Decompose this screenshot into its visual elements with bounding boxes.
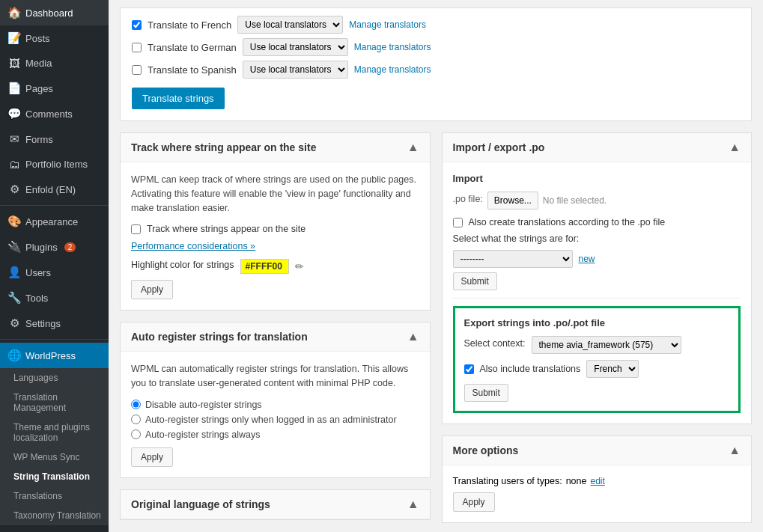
- tools-icon: 🔧: [7, 291, 21, 305]
- sidebar-item-translation-management[interactable]: Translation Management: [0, 388, 109, 418]
- also-create-row: Also create translations according to th…: [453, 217, 741, 227]
- more-options-toggle[interactable]: ▲: [729, 444, 741, 457]
- left-column: Track where string appear on the site ▲ …: [120, 132, 431, 532]
- sidebar-item-pages[interactable]: 📄 Pages: [0, 76, 109, 101]
- forms-icon: ✉: [7, 132, 21, 146]
- track-checkbox-row: Track where strings appear on the site: [131, 224, 419, 234]
- export-title: Export strings into .po/.pot file: [464, 317, 730, 328]
- eyedropper-icon[interactable]: ✏: [295, 260, 304, 272]
- auto-register-toggle[interactable]: ▲: [407, 330, 419, 343]
- translate-french-checkbox[interactable]: [132, 20, 142, 30]
- original-language-panel: Original language of strings ▲: [120, 489, 431, 520]
- sidebar-item-tools[interactable]: 🔧 Tools: [0, 285, 109, 311]
- sidebar-item-comments[interactable]: 💬 Comments: [0, 101, 109, 126]
- translate-german-select[interactable]: Use local translators: [243, 38, 348, 56]
- manage-translators-spanish-link[interactable]: Manage translators: [354, 64, 431, 75]
- sidebar-item-plugins[interactable]: 🔌 Plugins 2: [0, 234, 109, 260]
- po-file-row: .po file: Browse... No file selected.: [453, 192, 741, 210]
- track-apply-button[interactable]: Apply: [131, 280, 173, 299]
- more-options-apply-button[interactable]: Apply: [453, 492, 495, 512]
- radio-admin-label[interactable]: Auto-register strings only when logged i…: [131, 415, 419, 425]
- strings-for-select[interactable]: --------: [453, 250, 573, 268]
- track-strings-title: Track where string appear on the site: [131, 141, 316, 153]
- new-link[interactable]: new: [579, 254, 595, 264]
- sidebar-item-string-translation[interactable]: String Translation: [0, 467, 109, 486]
- translating-users-edit-link[interactable]: edit: [590, 476, 604, 486]
- sidebar-item-taxonomy-translation[interactable]: Taxonomy Translation: [0, 506, 109, 525]
- posts-icon: 📝: [7, 31, 21, 45]
- translate-spanish-checkbox[interactable]: [132, 65, 142, 75]
- translate-spanish-select[interactable]: Use local translators: [243, 61, 348, 79]
- import-submit-button[interactable]: Submit: [453, 272, 497, 290]
- sidebar-item-worldpress[interactable]: 🌐 WorldPress: [0, 343, 109, 368]
- sidebar-item-settings[interactable]: ⚙ Settings: [0, 311, 109, 336]
- sidebar-item-theme-plugins[interactable]: Theme and plugins localization: [0, 418, 109, 447]
- portfolio-icon: 🗂: [7, 158, 21, 171]
- radio-always[interactable]: [131, 429, 141, 439]
- auto-register-desc: WPML can automatically register strings …: [131, 362, 419, 391]
- translate-row-french: Translate to French Use local translator…: [132, 16, 740, 34]
- browse-button[interactable]: Browse...: [487, 192, 538, 210]
- sidebar-item-portfolio[interactable]: 🗂 Portfolio Items: [0, 152, 109, 177]
- highlight-color-label: Highlight color for strings: [131, 260, 234, 270]
- translating-users-row: Translating users of types: none edit: [453, 476, 741, 486]
- track-strings-toggle[interactable]: ▲: [407, 141, 419, 154]
- more-options-body: Translating users of types: none edit Ap…: [443, 465, 752, 522]
- auto-register-body: WPML can automatically register strings …: [121, 352, 430, 477]
- sidebar-item-posts[interactable]: 📝 Posts: [0, 25, 109, 51]
- track-strings-checkbox-label: Track where strings appear on the site: [147, 224, 305, 234]
- pages-icon: 📄: [7, 82, 21, 95]
- sidebar-item-translations[interactable]: Translations: [0, 486, 109, 506]
- import-export-body: Import .po file: Browse... No file selec…: [443, 162, 752, 424]
- sidebar-item-users[interactable]: 👤 Users: [0, 260, 109, 285]
- export-submit-button[interactable]: Submit: [464, 384, 508, 402]
- original-language-header: Original language of strings ▲: [121, 490, 430, 519]
- radio-always-label[interactable]: Auto-register strings always: [131, 429, 419, 440]
- manage-translators-french-link[interactable]: Manage translators: [349, 19, 426, 30]
- track-strings-checkbox[interactable]: [131, 224, 141, 234]
- translate-german-checkbox[interactable]: [132, 43, 142, 52]
- users-icon: 👤: [7, 266, 21, 279]
- manage-translators-german-link[interactable]: Manage translators: [354, 42, 431, 52]
- import-export-title: Import / export .po: [453, 141, 545, 153]
- main-content: Translate to French Use local translator…: [109, 0, 763, 532]
- translate-strings-button[interactable]: Translate strings: [132, 88, 225, 109]
- translate-row-german: Translate to German Use local translator…: [132, 38, 740, 56]
- radio-disable-label[interactable]: Disable auto-register strings: [131, 400, 419, 410]
- track-strings-panel: Track where string appear on the site ▲ …: [120, 132, 431, 311]
- sidebar-item-media[interactable]: 🖼 Media: [0, 51, 109, 76]
- sidebar-submenu: Languages Translation Management Theme a…: [0, 368, 109, 525]
- also-create-label: Also create translations according to th…: [469, 217, 666, 227]
- select-strings-label: Select what the strings are for:: [453, 233, 741, 244]
- also-include-row: Also include translations French: [464, 360, 730, 378]
- translate-french-select[interactable]: Use local translators: [237, 16, 343, 34]
- import-title: Import: [453, 173, 741, 184]
- settings-icon: ⚙: [7, 317, 21, 330]
- auto-register-apply-button[interactable]: Apply: [131, 447, 173, 467]
- sidebar-item-forms[interactable]: ✉ Forms: [0, 126, 109, 152]
- plugins-icon: 🔌: [7, 240, 21, 254]
- sidebar-item-appearance[interactable]: 🎨 Appearance: [0, 209, 109, 234]
- select-context-row: Select context: theme avia_framework (57…: [464, 336, 730, 354]
- sidebar: 🏠 Dashboard 📝 Posts 🖼 Media 📄 Pages 💬 Co…: [0, 0, 109, 532]
- language-select[interactable]: French: [586, 360, 639, 378]
- more-options-panel: More options ▲ Translating users of type…: [442, 435, 753, 523]
- radio-disable[interactable]: [131, 400, 141, 409]
- track-strings-body: WPML can keep track of where strings are…: [121, 162, 430, 310]
- sidebar-item-dashboard[interactable]: 🏠 Dashboard: [0, 0, 109, 25]
- sidebar-item-wp-menus-sync[interactable]: WP Menus Sync: [0, 447, 109, 467]
- original-language-toggle[interactable]: ▲: [407, 498, 419, 511]
- sidebar-item-languages[interactable]: Languages: [0, 368, 109, 388]
- auto-register-radio-group: Disable auto-register strings Auto-regis…: [131, 400, 419, 440]
- performance-link[interactable]: Performance considerations »: [131, 241, 255, 251]
- context-select[interactable]: theme avia_framework (575): [532, 336, 681, 354]
- import-export-toggle[interactable]: ▲: [729, 141, 741, 154]
- appearance-icon: 🎨: [7, 215, 21, 228]
- sidebar-item-enfold[interactable]: ⚙ Enfold (EN): [0, 177, 109, 202]
- import-export-panel: Import / export .po ▲ Import .po file: B…: [442, 132, 753, 424]
- highlight-color-row: Highlight color for strings #FFFF00 ✏: [131, 259, 419, 274]
- also-include-checkbox[interactable]: [464, 364, 474, 374]
- radio-admin[interactable]: [131, 415, 141, 424]
- more-options-header: More options ▲: [443, 436, 752, 465]
- also-create-checkbox[interactable]: [453, 218, 463, 227]
